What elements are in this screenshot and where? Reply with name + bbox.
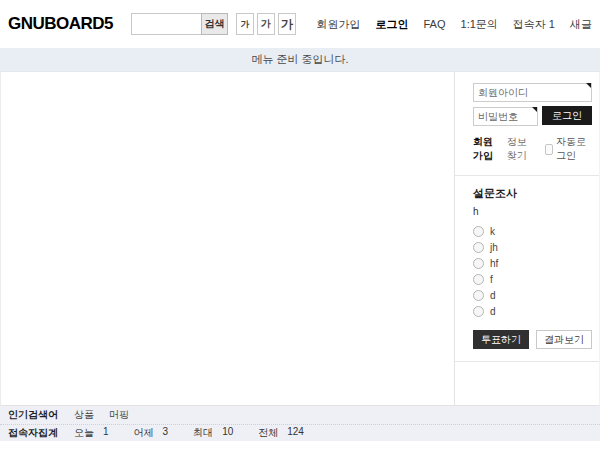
visitor-stat-total: 전체 124 [258,426,304,440]
poll-option[interactable]: d [473,306,592,317]
poll-option[interactable]: hf [473,258,592,269]
login-box: 로그인 회원가입 정보찾기 자동로그인 [455,72,599,175]
stat-key: 오늘 [74,426,94,440]
popular-keywords-label: 인기검색어 [8,408,74,422]
menu-bar: 메뉴 준비 중입니다. [0,48,600,72]
visitor-stats-label: 접속자집계 [8,426,74,440]
poll-option-label[interactable]: d [490,306,496,317]
password-input[interactable] [473,107,538,126]
poll-option-radio[interactable] [473,306,484,317]
poll-option[interactable]: f [473,274,592,285]
top-nav: 회원가입 로그인 FAQ 1:1문의 접속자 1 새글 [317,17,593,32]
poll-option[interactable]: k [473,226,592,237]
search-button[interactable]: 검색 [201,13,228,35]
menu-status-message: 메뉴 준비 중입니다. [251,53,348,65]
poll-question: h [473,206,592,217]
poll-title: 설문조사 [473,186,592,201]
main-content-empty [1,72,454,405]
poll-option-radio[interactable] [473,274,484,285]
member-id-input[interactable] [473,83,592,102]
stat-value: 3 [163,426,169,440]
logo[interactable]: GNUBOARD5 [8,14,113,34]
stat-value: 10 [222,426,233,440]
required-marker-icon [532,107,537,112]
required-marker-icon [586,83,591,88]
login-button[interactable]: 로그인 [542,106,592,125]
font-size-large-button[interactable]: 가 [278,13,296,35]
poll-option[interactable]: jh [473,242,592,253]
poll-option-radio[interactable] [473,290,484,301]
nav-new-posts-link[interactable]: 새글 [570,17,592,32]
popular-keyword-link[interactable]: 머핑 [109,408,129,422]
register-link[interactable]: 회원가입 [473,135,502,163]
stat-key: 전체 [258,426,278,440]
header: GNUBOARD5 검색 가 가 가 회원가입 로그인 FAQ 1:1문의 접속… [0,0,600,48]
nav-login-link[interactable]: 로그인 [376,17,409,32]
visitor-stat-max: 최대 10 [193,426,233,440]
auto-login-label[interactable]: 자동로그인 [556,135,592,163]
poll-option-radio[interactable] [473,258,484,269]
font-size-controls: 가 가 가 [236,13,296,35]
poll-option-radio[interactable] [473,242,484,253]
font-size-medium-button[interactable]: 가 [257,13,275,35]
nav-inquiry-link[interactable]: 1:1문의 [461,17,498,32]
poll-option-label[interactable]: d [490,290,496,301]
stat-value: 124 [287,426,304,440]
poll-result-button[interactable]: 결과보기 [536,330,592,349]
popular-keywords-row: 인기검색어 상품 머핑 [0,406,600,424]
font-size-small-button[interactable]: 가 [236,13,254,35]
stat-value: 1 [103,426,109,440]
stat-key: 최대 [193,426,213,440]
poll-option-label[interactable]: jh [490,242,498,253]
poll-option-label[interactable]: k [490,226,495,237]
popular-keyword-link[interactable]: 상품 [74,408,94,422]
visitor-stat-yesterday: 어제 3 [134,426,169,440]
nav-register-link[interactable]: 회원가입 [317,17,361,32]
nav-faq-link[interactable]: FAQ [424,18,446,30]
search-form: 검색 [131,13,228,35]
poll-box: 설문조사 h k jh hf f d [455,175,599,362]
content-area: 로그인 회원가입 정보찾기 자동로그인 설문조사 h k jh hf [0,72,600,406]
visitor-stat-today: 오늘 1 [74,426,109,440]
auto-login-checkbox[interactable] [545,144,553,155]
find-info-link[interactable]: 정보찾기 [507,135,536,163]
search-input[interactable] [131,13,201,35]
poll-option-label[interactable]: f [490,274,493,285]
poll-vote-button[interactable]: 투표하기 [473,330,529,349]
visitor-stats-row: 접속자집계 오늘 1 어제 3 최대 10 전체 124 [0,424,600,441]
sidebar: 로그인 회원가입 정보찾기 자동로그인 설문조사 h k jh hf [454,72,599,405]
poll-option[interactable]: d [473,290,592,301]
stat-key: 어제 [134,426,154,440]
poll-option-label[interactable]: hf [490,258,498,269]
footer: 인기검색어 상품 머핑 접속자집계 오늘 1 어제 3 최대 10 전체 124 [0,406,600,441]
poll-option-radio[interactable] [473,226,484,237]
nav-connected-users-link[interactable]: 접속자 1 [513,17,555,32]
